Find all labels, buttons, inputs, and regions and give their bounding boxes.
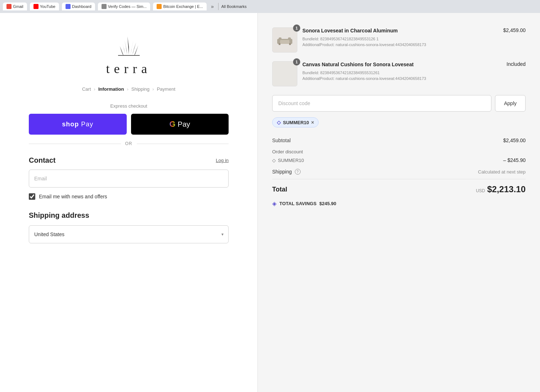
quantity-badge-1: 1 (293, 24, 300, 32)
shipping-address-section: Shipping address United States ▾ (29, 211, 229, 246)
product-meta-2: BundleId: 823849536742182384955531261 Ad… (302, 70, 501, 82)
shipping-value: Calculated at next step (478, 169, 526, 175)
product-image-sofa (272, 27, 297, 53)
sofa-icon (276, 35, 293, 45)
breadcrumb-sep-1: › (94, 86, 95, 92)
active-discount-tag: ◇ SUMMER10 × (272, 117, 319, 127)
bundle-id-1: 8238495367421823849553126 1 (320, 37, 379, 41)
tab-youtube-label: YouTube (40, 4, 55, 9)
product-name-2: Canvas Natural Cushions for Sonora Loves… (302, 61, 501, 68)
contact-title: Contact (29, 156, 55, 165)
more-tabs-button[interactable]: » (210, 4, 215, 9)
breadcrumb-shipping[interactable]: Shipping (131, 86, 150, 92)
product-meta-1: BundleId: 8238495367421823849553126 1 Ad… (302, 36, 498, 48)
svg-rect-5 (279, 43, 280, 45)
breadcrumb-cart[interactable]: Cart (82, 86, 91, 92)
shipping-label: Shipping (272, 169, 292, 175)
shipping-row: Shipping ? Calculated at next step (272, 166, 526, 177)
product-price-2: Included (507, 61, 526, 67)
order-discount-row: Order discount (272, 146, 526, 157)
total-value-wrapper: USD $2,213.10 (476, 184, 526, 194)
discount-input-row: Apply (272, 95, 526, 112)
product-image-cushion (272, 61, 297, 86)
tab-verify-label: Verify Codes — Sim... (108, 4, 147, 9)
country-select[interactable]: United States (29, 225, 229, 243)
left-panel: terra Cart › Information › Shipping › Pa… (0, 13, 257, 392)
country-select-wrapper: United States ▾ (29, 225, 229, 243)
additional-product-2: natural-cushions-sonora-loveseat:4434204… (336, 76, 426, 81)
shipping-address-title: Shipping address (29, 211, 229, 220)
brand-name: terra (106, 61, 152, 76)
breadcrumb-sep-3: › (152, 86, 154, 92)
tab-separator (218, 3, 219, 10)
terra-logo-icon (107, 27, 150, 60)
savings-value: $245.90 (319, 201, 336, 206)
savings-icon: ◈ (272, 200, 276, 207)
cart-item-2: 1 Canvas Natural Cushions for Sonora Lov… (272, 61, 526, 86)
savings-row: ◈ TOTAL SAVINGS $245.90 (272, 197, 526, 210)
newsletter-row: Email me with news and offers (29, 193, 229, 200)
login-link[interactable]: Log in (216, 158, 229, 163)
total-label: Total (272, 186, 287, 193)
contact-section-header: Contact Log in (29, 156, 229, 165)
express-buttons: shop Pay G Pay (29, 114, 229, 135)
or-divider: OR (29, 141, 229, 146)
active-discount-code: SUMMER10 (283, 120, 309, 125)
additional-product-1: natural-cushions-sonora-loveseat:4434204… (336, 42, 426, 47)
bookmarks-label: All Bookmarks (221, 4, 247, 9)
breadcrumb-information[interactable]: Information (98, 86, 124, 92)
subtotal-value: $2,459.00 (503, 138, 526, 143)
newsletter-label: Email me with news and offers (39, 194, 107, 199)
quantity-badge-2: 1 (293, 58, 300, 66)
shop-pay-button[interactable]: shop Pay (29, 114, 127, 135)
logo-container: terra (106, 27, 152, 76)
product-image-wrapper-1: 1 (272, 27, 297, 53)
apply-discount-button[interactable]: Apply (495, 95, 526, 112)
discount-code-line: ◇ SUMMER10 (272, 158, 304, 163)
remove-discount-button[interactable]: × (311, 120, 314, 125)
google-g-icon: G (169, 120, 175, 129)
tab-bitcoin[interactable]: Bitcoin Exchange | E... (153, 3, 206, 10)
google-pay-button[interactable]: G Pay (131, 114, 229, 135)
svg-rect-4 (280, 40, 289, 44)
total-value: $2,213.10 (487, 184, 526, 194)
order-discount-label: Order discount (272, 149, 303, 154)
newsletter-checkbox[interactable] (29, 193, 35, 200)
tab-gmail-label: Gmail (13, 4, 23, 9)
breadcrumb-payment[interactable]: Payment (157, 86, 175, 92)
total-currency: USD (476, 188, 485, 193)
shop-pay-label: shop Pay (62, 121, 93, 128)
product-image-wrapper-2: 1 (272, 61, 297, 86)
discount-code-input[interactable] (272, 95, 491, 112)
svg-rect-6 (289, 43, 291, 45)
right-panel: 1 Sonora Loveseat in Charcoal Aluminum B… (257, 13, 540, 392)
subtotal-label: Subtotal (272, 138, 291, 143)
tab-youtube[interactable]: YouTube (30, 3, 59, 10)
tab-verify[interactable]: Verify Codes — Sim... (98, 3, 150, 10)
tab-dashboard[interactable]: Dashboard (62, 3, 95, 10)
express-checkout-label: Express checkout (110, 103, 147, 109)
tab-bitcoin-label: Bitcoin Exchange | E... (163, 4, 203, 9)
savings-label: TOTAL SAVINGS (279, 201, 316, 206)
subtotal-row: Subtotal $2,459.00 (272, 135, 526, 146)
tag-diamond-icon: ◇ (277, 120, 281, 125)
total-row: Total USD $2,213.10 (272, 179, 526, 197)
shipping-info: Shipping ? (272, 169, 301, 175)
tab-gmail[interactable]: Gmail (3, 3, 27, 10)
cart-item-1: 1 Sonora Loveseat in Charcoal Aluminum B… (272, 27, 526, 53)
main-wrapper: terra Cart › Information › Shipping › Pa… (0, 13, 540, 392)
product-name-1: Sonora Loveseat in Charcoal Aluminum (302, 27, 498, 35)
product-info-2: Canvas Natural Cushions for Sonora Loves… (302, 61, 501, 82)
or-text: OR (125, 141, 132, 146)
email-field[interactable] (29, 170, 229, 188)
breadcrumb: Cart › Information › Shipping › Payment (82, 86, 175, 92)
discount-line: Order discount (272, 149, 303, 154)
shipping-info-icon[interactable]: ? (295, 169, 301, 175)
bundle-id-2: 823849536742182384955531261 (320, 71, 380, 75)
or-line-right (137, 144, 229, 144)
discount-code-row: ◇ SUMMER10 – $245.90 (272, 157, 526, 166)
breadcrumb-sep-2: › (127, 86, 128, 92)
tab-dashboard-label: Dashboard (72, 4, 91, 9)
applied-code-label: SUMMER10 (278, 158, 304, 163)
or-line-left (29, 144, 121, 144)
